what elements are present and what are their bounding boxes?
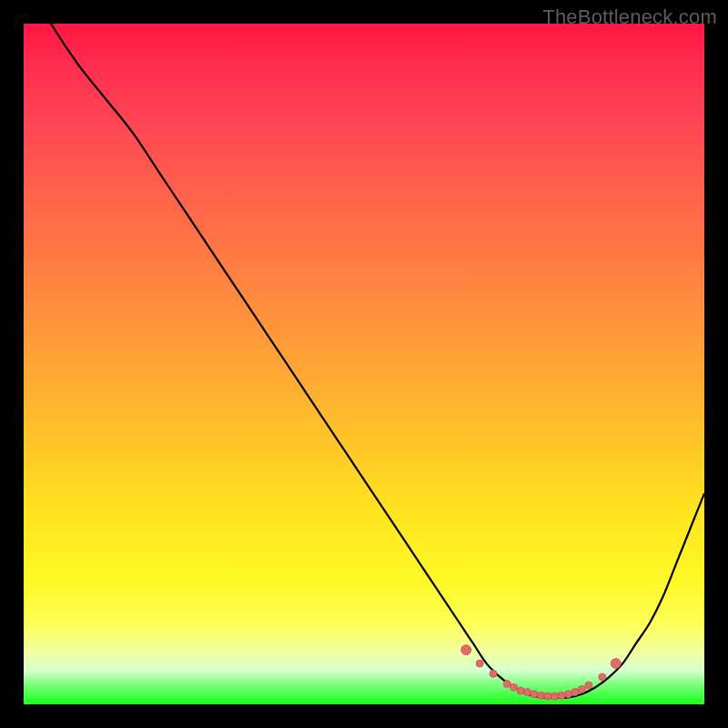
dot-marker	[564, 691, 571, 698]
dot-marker	[476, 660, 483, 667]
watermark-text: TheBottleneck.com	[542, 5, 717, 29]
dot-marker	[599, 673, 606, 681]
dot-marker	[571, 689, 579, 696]
curve-layer	[24, 24, 704, 704]
dot-marker	[551, 693, 558, 700]
dot-marker	[558, 692, 565, 699]
dot-marker	[490, 670, 497, 677]
bottom-dots	[461, 645, 622, 700]
bottleneck-curve	[24, 24, 704, 698]
chart-frame: TheBottleneck.com	[0, 0, 728, 728]
dot-marker	[611, 659, 621, 669]
dot-marker	[585, 682, 592, 689]
dot-marker	[503, 681, 511, 688]
dot-marker	[517, 687, 524, 694]
dot-marker	[524, 689, 531, 696]
dot-marker	[531, 691, 538, 698]
dot-marker	[578, 686, 585, 693]
plot-area	[24, 24, 704, 704]
dot-marker	[544, 693, 551, 700]
dot-marker	[537, 692, 544, 699]
curve-path	[24, 24, 704, 698]
dot-marker	[511, 683, 518, 691]
dot-marker	[461, 645, 471, 655]
